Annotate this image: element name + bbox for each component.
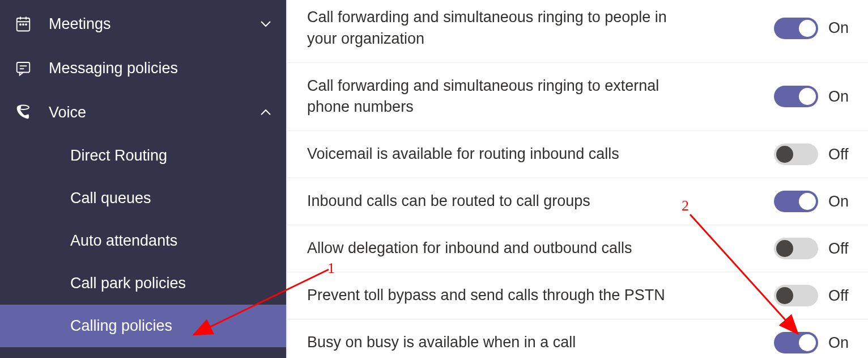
setting-label: Prevent toll bypass and send calls throu…	[307, 285, 681, 306]
sidebar-item-messaging-policies[interactable]: Messaging policies	[0, 46, 286, 90]
sidebar-sub-item-calling-policies[interactable]: Calling policies	[0, 305, 286, 347]
toggle-group: On	[774, 332, 857, 353]
setting-row: Call forwarding and simultaneous ringing…	[287, 63, 868, 132]
setting-row: Busy on busy is available when in a call…	[287, 319, 868, 358]
toggle-thumb	[776, 240, 793, 257]
sidebar-item-label: Messaging policies	[49, 60, 178, 77]
phone-icon	[14, 103, 33, 122]
toggle-call-forwarding-org[interactable]	[774, 18, 818, 39]
sidebar-item-label: Voice	[49, 104, 86, 121]
toggle-group: Off	[774, 144, 857, 165]
toggle-thumb	[799, 88, 816, 105]
sidebar-sub-item-call-park-policies[interactable]: Call park policies	[0, 262, 286, 305]
toggle-group: Off	[774, 238, 857, 259]
sidebar-sub-item-call-queues[interactable]: Call queues	[0, 177, 286, 220]
toggle-state: Off	[828, 287, 857, 305]
setting-label: Inbound calls can be routed to call grou…	[307, 191, 681, 212]
toggle-group: Off	[774, 285, 857, 306]
svg-rect-7	[17, 62, 30, 73]
toggle-thumb	[776, 146, 793, 163]
sidebar-item-voice[interactable]: Voice	[0, 90, 286, 134]
svg-point-6	[25, 24, 27, 25]
toggle-group: On	[774, 18, 857, 39]
calendar-icon	[14, 14, 33, 33]
setting-label: Allow delegation for inbound and outboun…	[307, 238, 681, 259]
toggle-thumb	[799, 334, 816, 351]
sidebar-sub-item-label: Auto attendants	[70, 232, 177, 250]
toggle-busy-on-busy[interactable]	[774, 332, 818, 353]
toggle-state: On	[828, 334, 857, 352]
toggle-call-groups[interactable]	[774, 191, 818, 212]
toggle-delegation[interactable]	[774, 238, 818, 259]
setting-row: Prevent toll bypass and send calls throu…	[287, 272, 868, 319]
setting-label: Call forwarding and simultaneous ringing…	[307, 7, 681, 50]
sidebar-sub-item-label: Direct Routing	[70, 147, 167, 165]
sidebar: Meetings Messaging policies Voice	[0, 0, 286, 358]
setting-row: Allow delegation for inbound and outboun…	[287, 225, 868, 272]
chevron-up-icon	[259, 106, 273, 119]
sidebar-sub-item-direct-routing[interactable]: Direct Routing	[0, 134, 286, 177]
chevron-down-icon	[259, 17, 273, 31]
sidebar-item-label: Meetings	[49, 15, 111, 33]
toggle-state: Off	[828, 146, 857, 163]
toggle-group: On	[774, 86, 857, 107]
toggle-call-forwarding-external[interactable]	[774, 86, 818, 107]
toggle-state: On	[828, 88, 857, 106]
toggle-thumb	[799, 20, 816, 37]
setting-label: Voicemail is available for routing inbou…	[307, 144, 681, 165]
sidebar-sub-item-auto-attendants[interactable]: Auto attendants	[0, 220, 286, 262]
svg-point-4	[20, 24, 21, 25]
toggle-thumb	[799, 193, 816, 210]
sidebar-sub-item-label: Call queues	[70, 189, 151, 207]
main-content: Call forwarding and simultaneous ringing…	[286, 0, 868, 358]
toggle-voicemail[interactable]	[774, 144, 818, 165]
toggle-state: On	[828, 19, 857, 37]
toggle-group: On	[774, 191, 857, 212]
setting-label: Busy on busy is available when in a call	[307, 332, 681, 353]
toggle-toll-bypass[interactable]	[774, 285, 818, 306]
setting-row: Voicemail is available for routing inbou…	[287, 131, 868, 178]
sidebar-item-meetings[interactable]: Meetings	[0, 2, 286, 46]
setting-row: Inbound calls can be routed to call grou…	[287, 178, 868, 225]
svg-point-5	[23, 24, 24, 25]
message-icon	[14, 58, 33, 78]
sidebar-sub-item-label: Calling policies	[70, 317, 172, 335]
sidebar-sub-item-label: Call park policies	[70, 275, 186, 292]
setting-row: Call forwarding and simultaneous ringing…	[287, 0, 868, 63]
toggle-state: Off	[828, 240, 857, 258]
setting-label: Call forwarding and simultaneous ringing…	[307, 75, 681, 119]
toggle-state: On	[828, 193, 857, 210]
toggle-thumb	[776, 287, 793, 304]
